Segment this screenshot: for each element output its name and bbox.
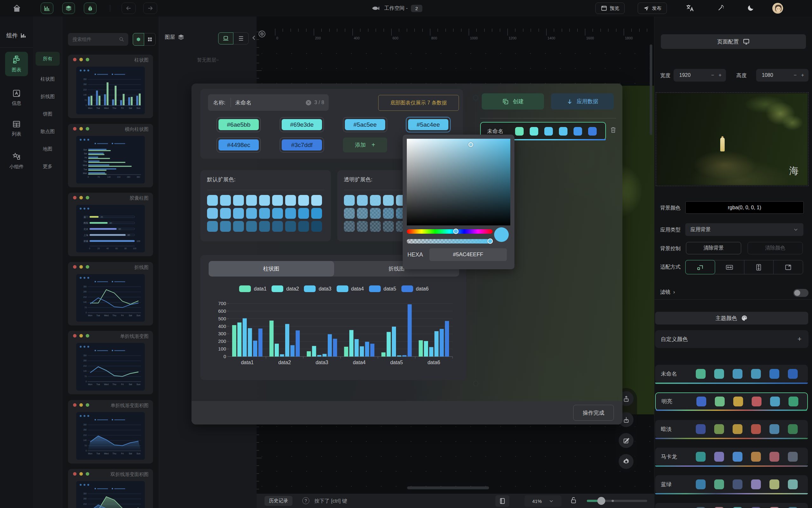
- extend-color-swatch[interactable]: [220, 221, 231, 232]
- legend-item[interactable]: data6: [401, 286, 429, 292]
- extend-color-swatch[interactable]: [285, 208, 296, 219]
- chart-tool-button[interactable]: [41, 3, 53, 14]
- extend-color-swatch[interactable]: [220, 195, 231, 206]
- extend-color-swatch[interactable]: [207, 208, 218, 219]
- height-minus-button[interactable]: −: [790, 72, 800, 78]
- horizontal-scrollbar[interactable]: [407, 486, 489, 489]
- width-plus-button[interactable]: +: [717, 72, 726, 78]
- subnav-item-5[interactable]: 地图: [33, 146, 62, 152]
- search-input[interactable]: 搜索组件: [68, 33, 128, 46]
- palette-chip-4[interactable]: #4498ec: [217, 137, 261, 153]
- workspace-badge[interactable]: 2: [411, 5, 422, 12]
- settings-button[interactable]: [618, 454, 634, 469]
- extend-color-swatch[interactable]: [298, 221, 309, 232]
- collapse-panel-icon[interactable]: [251, 35, 257, 41]
- layers-thumbnail-view-toggle[interactable]: [218, 32, 233, 44]
- extend-color-swatch[interactable]: [383, 195, 394, 206]
- hue-cursor[interactable]: [453, 228, 459, 234]
- clear-color-button[interactable]: 清除颜色: [747, 242, 803, 254]
- color-tool-button[interactable]: [84, 3, 96, 14]
- vertical-scrollbar[interactable]: [650, 44, 652, 135]
- alpha-cursor[interactable]: [487, 239, 493, 244]
- dark-mode-icon[interactable]: [747, 4, 755, 12]
- chart-type-tab-0[interactable]: 柱状图: [209, 261, 334, 277]
- extend-color-swatch[interactable]: [370, 195, 381, 206]
- height-plus-button[interactable]: +: [800, 72, 809, 78]
- theme-row-蓝绿[interactable]: 蓝绿: [655, 475, 808, 494]
- legend-item[interactable]: data1: [239, 286, 266, 292]
- component-card-area2[interactable]: 双折线渐变面积图MonTueWedThuFriSatSun35028021014…: [68, 469, 153, 508]
- subnav-item-3[interactable]: 饼图: [33, 111, 62, 117]
- view-box-toggle[interactable]: [133, 33, 144, 46]
- width-stepper[interactable]: 1920 − +: [674, 69, 726, 82]
- hue-slider[interactable]: [407, 229, 493, 234]
- home-icon[interactable]: [13, 4, 21, 12]
- view-grid-toggle[interactable]: [144, 33, 156, 46]
- sidebar-item-3[interactable]: 小组件: [5, 149, 28, 173]
- layers-tool-button[interactable]: [62, 3, 75, 14]
- fit-scale-button[interactable]: [685, 260, 715, 274]
- clear-name-icon[interactable]: ✕: [306, 100, 311, 105]
- zoom-slider-knob[interactable]: [597, 497, 605, 505]
- height-value[interactable]: 1080: [756, 72, 790, 78]
- preview-button[interactable]: 预览: [595, 3, 625, 14]
- component-card-hbar[interactable]: 横向柱状图SunSatFriThuWedTueMon07014021028035…: [68, 124, 153, 187]
- apply-data-button[interactable]: 应用数据: [551, 93, 614, 110]
- component-card-area1[interactable]: 单折线渐变面积图MonTueWedThuFriSatSun35028021014…: [68, 400, 153, 464]
- subnav-item-2[interactable]: 折线图: [33, 94, 62, 100]
- theme-row-马卡龙[interactable]: 马卡龙: [655, 448, 808, 466]
- legend-item[interactable]: data3: [304, 286, 331, 292]
- theme-color-header[interactable]: 主题颜色: [655, 312, 808, 325]
- subnav-item-4[interactable]: 散点图: [33, 129, 62, 135]
- done-button[interactable]: 操作完成: [573, 405, 614, 421]
- extend-color-swatch[interactable]: [344, 221, 355, 232]
- lock-icon[interactable]: [570, 497, 577, 504]
- extend-color-swatch[interactable]: [233, 208, 244, 219]
- redo-button[interactable]: [143, 3, 157, 14]
- filter-toggle[interactable]: [793, 289, 809, 297]
- publish-button[interactable]: 发布: [638, 3, 667, 14]
- legend-item[interactable]: data2: [271, 286, 299, 292]
- hexa-input[interactable]: #5AC4EEFF: [429, 248, 507, 261]
- zoom-select[interactable]: 41%: [525, 495, 561, 507]
- add-color-button[interactable]: 添加+: [343, 137, 387, 153]
- saturation-cursor[interactable]: [468, 142, 473, 147]
- extend-color-swatch[interactable]: [383, 208, 394, 219]
- create-button[interactable]: 创建: [482, 93, 544, 110]
- subnav-item-all[interactable]: 所有: [36, 52, 60, 66]
- extend-color-swatch[interactable]: [259, 221, 270, 232]
- fit-height-button[interactable]: [744, 260, 774, 274]
- avatar[interactable]: [772, 3, 783, 14]
- clear-background-button[interactable]: 清除背景: [686, 242, 741, 254]
- bg-color-input[interactable]: rgba(0, 0, 0, 1): [685, 201, 804, 214]
- theme-name-field[interactable]: 名称: 未命名 ✕ 3 / 8: [208, 94, 329, 111]
- height-stepper[interactable]: 1080 − +: [756, 69, 809, 82]
- component-card-line[interactable]: 折线图MonTueWedThuFriSatSun350280210140700: [68, 262, 153, 326]
- ruler-eye-icon[interactable]: [258, 30, 266, 38]
- theme-row-暗淡[interactable]: 暗淡: [655, 420, 808, 438]
- history-button[interactable]: 历史记录: [264, 496, 293, 506]
- extend-color-swatch[interactable]: [357, 208, 368, 219]
- width-value[interactable]: 1920: [674, 72, 708, 78]
- name-value[interactable]: 未命名: [231, 99, 306, 107]
- palette-chip-1[interactable]: #69e3de: [280, 117, 324, 132]
- theme-row-未命名[interactable]: 未命名: [655, 365, 808, 383]
- extend-color-swatch[interactable]: [207, 221, 218, 232]
- page-config-header[interactable]: 页面配置: [661, 34, 806, 49]
- component-card-bar[interactable]: 柱状图MonTueWedThuFriSatSun350280210140700: [68, 55, 153, 118]
- legend-item[interactable]: data4: [337, 286, 364, 292]
- sidebar-item-1[interactable]: 信息: [5, 86, 28, 110]
- alpha-slider[interactable]: [407, 239, 493, 244]
- app-type-select[interactable]: 应用背景: [685, 223, 803, 236]
- fit-width-button[interactable]: [715, 260, 744, 274]
- extend-color-swatch[interactable]: [233, 221, 244, 232]
- extend-color-swatch[interactable]: [357, 221, 368, 232]
- sidebar-item-0[interactable]: 图表: [5, 52, 28, 76]
- palette-chip-3[interactable]: #5ac4ee: [406, 117, 450, 132]
- extend-color-swatch[interactable]: [246, 208, 257, 219]
- extend-color-swatch[interactable]: [370, 221, 381, 232]
- extend-color-swatch[interactable]: [357, 195, 368, 206]
- subnav-item-1[interactable]: 柱状图: [33, 76, 62, 82]
- extend-color-swatch[interactable]: [311, 221, 322, 232]
- extend-color-swatch[interactable]: [220, 208, 231, 219]
